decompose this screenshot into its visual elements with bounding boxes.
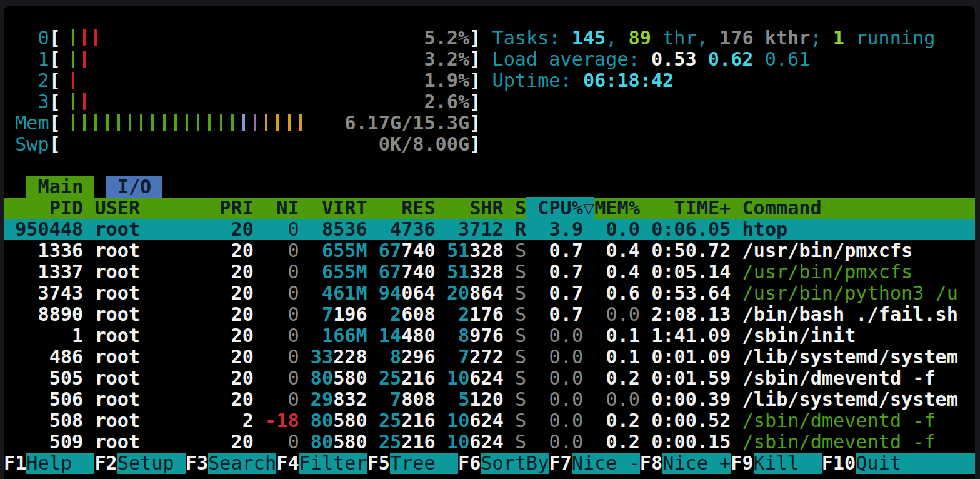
column-header-virt[interactable]: VIRT	[299, 197, 368, 219]
process-row[interactable]: 508 root 2 -18 80580 25216 10624 S 0.0 0…	[4, 410, 975, 431]
meter-open-bracket: [	[49, 48, 61, 70]
process-row[interactable]: 1336 root 20 0 655M 67740 51328 S 0.7 0.…	[4, 240, 975, 261]
tab-io[interactable]: I/O	[106, 176, 163, 198]
column-header-state[interactable]: S	[504, 197, 526, 219]
cell-pri: 20	[197, 239, 254, 261]
fkey-action-label: Quit	[856, 453, 975, 474]
meter-bar-green	[163, 114, 166, 131]
meter-bar-green	[140, 114, 142, 131]
fkey-f6[interactable]: F6SortBy	[458, 453, 549, 474]
fkey-label: F9	[731, 453, 753, 474]
cell-command: /lib/systemd/system	[742, 346, 958, 368]
cell-virt: 80580	[299, 431, 368, 453]
cell-pri: 20	[197, 261, 254, 283]
process-row[interactable]: 486 root 20 0 33228 8296 7272 S 0.0 0.1 …	[4, 346, 975, 368]
column-header-cpu-sorted[interactable]: CPU%▽	[526, 197, 594, 219]
column-header-command[interactable]: Command	[742, 197, 821, 219]
cell-virt: 33228	[299, 346, 368, 368]
process-row[interactable]: 1337 root 20 0 655M 67740 51328 S 0.7 0.…	[4, 261, 975, 283]
column-header-pid[interactable]: PID	[4, 197, 83, 219]
column-header-ni[interactable]: NI	[254, 197, 299, 219]
cell-s: S	[504, 431, 526, 453]
column-header-shr[interactable]: SHR	[436, 197, 504, 219]
cell-pri: 20	[197, 431, 254, 453]
process-row[interactable]: 505 root 20 0 80580 25216 10624 S 0.0 0.…	[4, 368, 975, 389]
process-row[interactable]: 1 root 20 0 166M 14480 8976 S 0.0 0.1 1:…	[4, 325, 975, 346]
column-header-pri[interactable]: PRI	[197, 197, 254, 219]
cell-user: root	[94, 239, 197, 261]
meter-bar-green	[231, 114, 234, 131]
fkey-f10[interactable]: F10Quit	[822, 453, 975, 474]
cell-cpu: 0.7	[526, 282, 583, 304]
cell-mem: 0.4	[594, 239, 640, 261]
meter-close-bracket: ]	[469, 91, 481, 113]
tasks-line: Tasks: 145, 89 thr, 176 kthr; 1 running	[492, 28, 935, 49]
meter-bar-green	[72, 51, 74, 68]
fkey-label: F1	[4, 453, 26, 474]
cell-res: 25216	[368, 367, 436, 389]
cell-pri: 20	[197, 218, 254, 240]
cell-shr: 10624	[436, 367, 504, 389]
cell-s: S	[504, 346, 526, 368]
cell-res: 14480	[368, 325, 436, 346]
process-row[interactable]: 3743 root 20 0 461M 94064 20864 S 0.7 0.…	[4, 283, 975, 304]
blank-line-mid	[4, 155, 975, 176]
process-row[interactable]: 8890 root 20 0 7196 2608 2176 S 0.7 0.0 …	[4, 304, 975, 325]
cell-res: 7808	[368, 388, 436, 410]
cell-ni: 0	[254, 346, 299, 368]
cell-command: /sbin/init	[742, 325, 856, 346]
meter-bar-green	[106, 114, 109, 131]
fkey-f4[interactable]: F4Filter	[276, 453, 367, 474]
cell-command: /usr/bin/pmxcfs	[742, 261, 913, 283]
cell-ni: 0	[254, 431, 299, 453]
cell-pri: 20	[197, 325, 254, 346]
function-key-bar: F1Help F2Setup F3SearchF4FilterF5Tree F6…	[4, 453, 975, 474]
cell-mem: 0.4	[594, 261, 640, 283]
meter-bar-yellow	[288, 114, 291, 131]
cell-user: root	[94, 388, 197, 410]
cell-shr: 10624	[436, 431, 504, 453]
process-row[interactable]: 509 root 20 0 80580 25216 10624 S 0.0 0.…	[4, 431, 975, 453]
fkey-action-label: Help	[26, 453, 94, 474]
fkey-f5[interactable]: F5Tree	[368, 453, 458, 474]
meter-open-bracket: [	[49, 91, 61, 113]
fkey-f8[interactable]: F8Nice +	[640, 453, 731, 474]
fkey-f9[interactable]: F9Kill	[731, 453, 821, 474]
screen-tabs: MainI/O	[4, 176, 975, 198]
fkey-f1[interactable]: F1Help	[4, 453, 94, 474]
cell-time: 1:41.09	[640, 325, 731, 346]
meter-open-bracket: [	[49, 112, 61, 134]
tab-main[interactable]: Main	[26, 176, 94, 198]
cell-s: S	[504, 388, 526, 410]
cell-time: 0:50.72	[640, 239, 731, 261]
fkey-label: F2	[94, 453, 117, 474]
column-header-time[interactable]: TIME+	[640, 197, 731, 219]
fkey-f7[interactable]: F7Nice -	[549, 453, 639, 474]
fkey-action-label: Filter	[299, 453, 368, 474]
meter-close-bracket: ]	[469, 69, 481, 91]
meter-track: 6.17G/15.3G	[61, 113, 469, 134]
cell-time: 0:53.64	[640, 282, 731, 304]
process-row[interactable]: 506 root 20 0 29832 7808 5120 S 0.0 0.0 …	[4, 389, 975, 410]
cell-user: root	[94, 325, 197, 346]
cell-cpu: 0.7	[526, 261, 583, 283]
cell-res: 67740	[368, 239, 436, 261]
meter-bar-red	[83, 51, 86, 68]
cell-s: S	[504, 325, 526, 346]
fkey-f3[interactable]: F3Search	[186, 453, 276, 474]
cell-s: S	[504, 282, 526, 304]
cell-user: root	[94, 303, 197, 325]
cell-command: /bin/bash ./fail.sh	[742, 303, 958, 325]
cell-res: 94064	[368, 282, 436, 304]
process-row[interactable]: 950448 root 20 0 8536 4736 3712 R 3.9 0.…	[4, 219, 975, 240]
column-header-user[interactable]: USER	[94, 197, 197, 219]
cell-pid: 509	[4, 431, 83, 453]
meter-bar-yellow	[265, 114, 268, 131]
meter-bar-green	[151, 114, 154, 131]
fkey-label: F6	[458, 453, 481, 474]
fkey-f2[interactable]: F2Setup	[94, 453, 185, 474]
column-header-res[interactable]: RES	[368, 197, 436, 219]
cell-pid: 506	[4, 388, 83, 410]
cell-time: 0:01.09	[640, 346, 731, 368]
column-header-mem[interactable]: MEM%	[594, 197, 640, 219]
